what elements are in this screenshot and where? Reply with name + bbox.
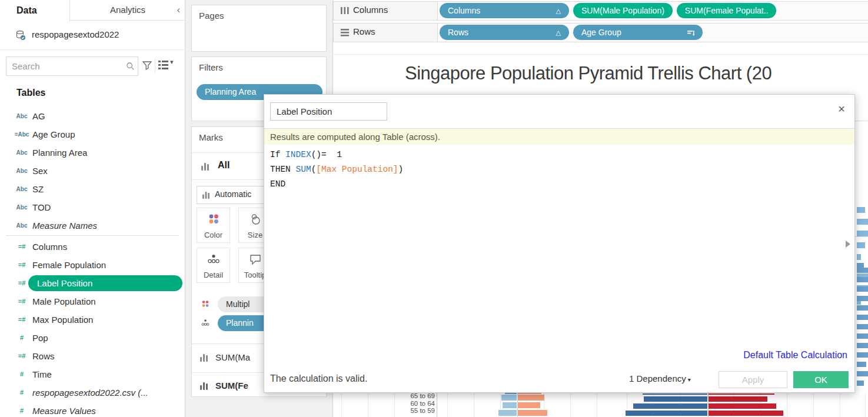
measure-icon: # (14, 383, 29, 402)
calculated-measure-icon: =# (14, 347, 29, 365)
collapse-pane-icon[interactable]: ‹ (177, 0, 180, 21)
tables-header: Tables (0, 83, 185, 101)
string-field-icon: Abc (14, 144, 29, 162)
field-label: Sex (32, 162, 48, 180)
pill-columns[interactable]: Columns△ (440, 3, 569, 18)
pill-label: Age Group (581, 28, 621, 37)
field-label: SZ (32, 180, 44, 198)
field-item-label-position[interactable]: =#Label Position (0, 274, 185, 292)
data-pane-tabs: Data Analytics ‹ (0, 0, 185, 22)
search-box (6, 56, 138, 76)
default-table-calculation-link[interactable]: Default Table Calculation (743, 350, 847, 361)
chart-title: Singapore Population Pyramid Trellis Cha… (405, 63, 771, 84)
columns-icon (340, 6, 350, 15)
measure-icon: # (14, 402, 29, 417)
field-item-columns[interactable]: =#Columns (0, 238, 185, 256)
expand-panel-arrow-icon[interactable] (846, 241, 850, 248)
field-item-csv-count[interactable]: #respopagesextod2022.csv (... (0, 383, 185, 402)
table-calc-delta-icon: △ (556, 3, 561, 18)
calculated-measure-icon: =# (14, 256, 29, 274)
data-pane: Data Analytics ‹ respopagesextod2022 (0, 0, 185, 417)
divider (155, 58, 155, 74)
ok-button[interactable]: OK (793, 371, 849, 388)
calculated-measure-icon: =# (14, 292, 29, 311)
age-axis-label: 55 to 59 (377, 407, 435, 415)
pill-sum-female-population[interactable]: SUM(Female Populat.. (677, 3, 777, 18)
string-field-icon: Abc (14, 198, 29, 216)
field-item-pop[interactable]: #Pop (0, 329, 185, 347)
tab-data[interactable]: Data (0, 0, 70, 22)
field-item-age-group[interactable]: =AbcAge Group (0, 125, 185, 144)
bar-chart-icon (200, 354, 208, 362)
rows-shelf-label: Rows (353, 26, 375, 36)
field-item-female-population[interactable]: =#Female Population (0, 256, 185, 274)
apply-button[interactable]: Apply (719, 371, 787, 388)
field-item-ag[interactable]: AbcAG (0, 107, 185, 125)
detail-icon (197, 253, 230, 265)
field-item-planning-area[interactable]: AbcPlanning Area (0, 144, 185, 162)
calculation-name-input[interactable] (270, 102, 387, 121)
bar-chart-icon (200, 382, 208, 390)
search-icon (126, 62, 135, 71)
color-icon (197, 213, 230, 225)
field-label: Label Position (37, 274, 92, 292)
dependency-label: 1 Dependency (629, 373, 686, 383)
color-button[interactable]: Color (197, 208, 230, 243)
datasource-row[interactable]: respopagesextod2022 (0, 22, 185, 50)
field-item-sex[interactable]: AbcSex (0, 162, 185, 180)
filters-label: Filters (192, 57, 326, 72)
detail-icon (201, 319, 209, 327)
pill-label: Columns (448, 6, 480, 15)
field-label: Columns (32, 238, 67, 256)
search-input[interactable] (6, 57, 138, 75)
string-field-icon: Abc (14, 216, 29, 235)
detail-button[interactable]: Detail (197, 248, 230, 283)
field-label: Rows (32, 347, 55, 365)
field-item-tod[interactable]: AbcTOD (0, 198, 185, 216)
rows-shelf[interactable]: Rows Rows△ Age Group (333, 23, 868, 42)
view-options-caret-icon[interactable]: ▾ (170, 58, 174, 66)
rows-icon (340, 28, 350, 36)
formula-editor[interactable]: If INDEX()= 1 THEN SUM([Max Population])… (270, 148, 403, 192)
field-label: Max Population (32, 311, 93, 329)
pages-shelf[interactable]: Pages (191, 5, 327, 52)
caret-down-icon: ▾ (688, 376, 691, 383)
field-label: AG (32, 107, 45, 125)
field-label: Age Group (32, 125, 75, 144)
dependency-dropdown[interactable]: 1 Dependency▾ (629, 373, 691, 383)
pill-sum-male-population[interactable]: SUM(Male Population) (573, 3, 673, 18)
marks-sum-male-label: SUM(Ma (215, 352, 250, 362)
calculated-measure-icon: =# (14, 274, 29, 292)
field-label: respopagesextod2022.csv (... (32, 383, 148, 402)
sort-descending-icon (687, 25, 694, 40)
columns-shelf[interactable]: Columns Columns△ SUM(Male Population) SU… (333, 1, 868, 21)
field-item-measure-values[interactable]: #Measure Values (0, 402, 185, 417)
filter-fields-icon[interactable] (142, 60, 152, 71)
pill-rows[interactable]: Rows△ (440, 25, 569, 40)
field-label: Male Population (32, 292, 96, 311)
rows-shelf-label-zone: Rows (334, 24, 438, 42)
close-icon[interactable]: × (838, 103, 845, 115)
field-item-sz[interactable]: AbcSZ (0, 180, 185, 198)
columns-shelf-label: Columns (353, 5, 388, 15)
field-label: Measure Values (32, 402, 96, 417)
field-label: TOD (32, 198, 51, 216)
mark-type-value: Automatic (215, 189, 251, 199)
pages-label: Pages (192, 5, 326, 21)
calculation-editor-dialog: × Results are computed along Table (acro… (264, 94, 855, 393)
calculated-measure-icon: =# (14, 238, 29, 256)
marks-all-label: All (218, 160, 230, 171)
color-button-label: Color (197, 231, 230, 239)
field-item-measure-names[interactable]: AbcMeasure Names (0, 216, 185, 235)
field-label: Measure Names (32, 216, 97, 235)
formula-line: END (270, 177, 403, 192)
field-item-male-population[interactable]: =#Male Population (0, 292, 185, 311)
calculated-string-field-icon: =Abc (14, 125, 29, 144)
field-item-rows[interactable]: =#Rows (0, 347, 185, 365)
field-item-max-population[interactable]: =#Max Population (0, 311, 185, 329)
tab-analytics[interactable]: Analytics (70, 0, 185, 21)
pill-age-group[interactable]: Age Group (573, 25, 703, 40)
field-label: Planning Area (32, 144, 87, 162)
view-options-icon[interactable] (158, 61, 168, 69)
field-item-time[interactable]: #Time (0, 365, 185, 383)
